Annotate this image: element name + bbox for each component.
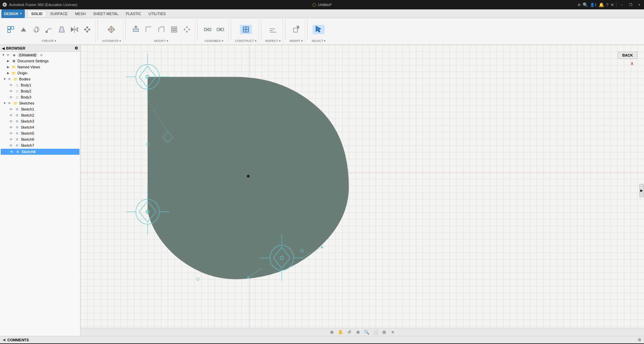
body3-eye[interactable]: 👁: [9, 95, 13, 99]
tree-item-body2[interactable]: 👁 □ Body2: [0, 88, 80, 94]
nv-expand[interactable]: ▶: [6, 65, 10, 69]
tab-utilities[interactable]: UTILITIES: [145, 11, 169, 17]
sketches-expand[interactable]: ▼: [3, 101, 7, 105]
comments-expand-btn[interactable]: ⚙: [638, 338, 641, 342]
bodies-expand[interactable]: ▼: [3, 77, 7, 81]
sk7-eye[interactable]: 👁: [9, 144, 13, 147]
root-eye[interactable]: 👁: [6, 53, 10, 57]
svg-marker-22: [186, 26, 188, 28]
tree-item-body3[interactable]: 👁 □ Body3: [0, 94, 80, 100]
tree-item-sketch8[interactable]: 👁 ⊞ Sketch8: [1, 149, 79, 155]
select-btn[interactable]: [313, 25, 325, 34]
minimize-btn[interactable]: −: [619, 1, 625, 8]
tab-plastic[interactable]: PLASTIC: [122, 11, 145, 17]
orbit-btn[interactable]: ✋: [337, 329, 344, 336]
bodies-eye[interactable]: 👁: [8, 77, 11, 81]
joint-btn[interactable]: [202, 25, 214, 34]
insert-label[interactable]: INSERT ▾: [289, 39, 303, 43]
new-tab-btn[interactable]: ⊕: [578, 3, 581, 7]
tree-item-sketch3[interactable]: 👁 ⊞ Sketch3: [0, 118, 80, 124]
body2-eye[interactable]: 👁: [9, 89, 13, 93]
new-component-btn[interactable]: [5, 25, 17, 34]
comments-collapse-btn[interactable]: ◀: [3, 338, 5, 342]
notify-icon[interactable]: 🔔: [599, 2, 604, 7]
sketches-label: Sketches: [19, 101, 34, 105]
press-pull-btn[interactable]: [130, 25, 142, 34]
sk1-eye[interactable]: 👁: [9, 108, 13, 111]
sweep-btn[interactable]: [43, 25, 55, 34]
close-tab-icon[interactable]: ✕: [610, 2, 614, 7]
construct-btn[interactable]: [240, 25, 252, 34]
construct-label[interactable]: CONSTRUCT ▾: [235, 39, 257, 43]
automate-label[interactable]: AUTOMATE ▾: [102, 39, 121, 43]
tree-item-sketch7[interactable]: 👁 ⊞ Sketch7: [0, 142, 80, 148]
chamfer-btn[interactable]: [155, 25, 167, 34]
more-btn[interactable]: ≡: [389, 329, 396, 336]
inspect-label[interactable]: INSPECT ▾: [265, 39, 281, 43]
doc-icon: ⚙: [11, 58, 16, 64]
origin-expand[interactable]: ▶: [6, 71, 10, 75]
zoom-fit-btn[interactable]: ⊕: [354, 329, 362, 336]
automate-btn[interactable]: [105, 25, 117, 34]
tree-item-sketch1[interactable]: 👁 ⊞ Sketch1: [0, 106, 80, 112]
tree-item-named-views[interactable]: ▶ 📁 Named Views: [0, 64, 80, 70]
search-icon[interactable]: 🔍: [583, 2, 588, 7]
shell-btn[interactable]: [168, 25, 180, 34]
move-btn[interactable]: [181, 25, 193, 34]
doc-expand[interactable]: ▶: [6, 59, 10, 63]
select-label[interactable]: SELECT ▾: [312, 39, 326, 43]
revolve-btn[interactable]: [30, 25, 42, 34]
root-settings-icon[interactable]: ⚙: [40, 53, 43, 57]
tree-item-root[interactable]: ▼ 👁 ◆ (Unsaved) ⚙: [0, 52, 80, 58]
body1-eye[interactable]: 👁: [9, 83, 13, 87]
extrude-btn[interactable]: [17, 25, 30, 34]
insert-btn[interactable]: [290, 25, 302, 34]
sk3-eye[interactable]: 👁: [9, 120, 13, 123]
tab-surface[interactable]: SURFACE: [47, 11, 71, 17]
design-btn[interactable]: DESIGN ▼: [1, 9, 25, 18]
sk8-eye[interactable]: 👁: [10, 150, 13, 154]
tree-item-bodies[interactable]: ▼ 👁 📁 Bodies: [0, 76, 80, 82]
back-button[interactable]: BACK: [618, 52, 637, 59]
fit-to-screen-btn[interactable]: ⊕: [328, 329, 335, 336]
tree-item-sketch5[interactable]: 👁 ⊞ Sketch5: [0, 130, 80, 136]
tab-sheet-metal[interactable]: SHEET METAL: [90, 11, 121, 17]
loft-btn[interactable]: [56, 25, 68, 34]
sk6-eye[interactable]: 👁: [9, 138, 13, 141]
undo-view-btn[interactable]: ↺: [345, 329, 353, 336]
sk2-eye[interactable]: 👁: [9, 114, 13, 117]
sk4-eye[interactable]: 👁: [9, 126, 13, 129]
grid-btn[interactable]: ⊞: [380, 329, 388, 336]
tree-item-sketch2[interactable]: 👁 ⊞ Sketch2: [0, 112, 80, 118]
help-icon[interactable]: ?: [606, 2, 608, 7]
tree-item-sketch6[interactable]: 👁 ⊞ Sketch6: [0, 136, 80, 142]
fillet-btn[interactable]: [143, 25, 155, 34]
user-icon[interactable]: 👤1: [590, 3, 597, 7]
tab-solid[interactable]: SOLID: [28, 10, 46, 17]
browser-collapse-left[interactable]: ◀: [2, 47, 5, 50]
inspect-btn[interactable]: [267, 25, 279, 34]
tree-item-origin[interactable]: ▶ 📁 Origin: [0, 70, 80, 76]
create-label[interactable]: CREATE ▾: [42, 39, 56, 43]
viewport[interactable]: BACK X ▶ ⊕ ✋ ↺ ⊕ 🔍 ⬜ ⊞ ≡: [80, 45, 644, 336]
tree-item-doc-settings[interactable]: ▶ ⚙ Document Settings: [0, 58, 80, 64]
root-expand[interactable]: ▼: [1, 53, 5, 57]
tree-item-sketches[interactable]: ▼ 👁 📁 Sketches: [0, 100, 80, 106]
modify-label[interactable]: MODIFY ▾: [154, 39, 168, 43]
mirror-btn[interactable]: [68, 25, 80, 34]
as-built-joint-btn[interactable]: [214, 25, 226, 34]
assemble-label[interactable]: ASSEMBLE ▾: [205, 39, 223, 43]
restore-btn[interactable]: ❐: [627, 1, 634, 8]
close-btn[interactable]: ×: [636, 1, 643, 8]
browser-settings-icon[interactable]: ⚙: [74, 46, 78, 51]
tree-item-sketch4[interactable]: 👁 ⊞ Sketch4: [0, 124, 80, 130]
tab-mesh[interactable]: MESH: [72, 11, 89, 17]
sk5-eye[interactable]: 👁: [9, 132, 13, 135]
display-mode-btn[interactable]: ⬜: [372, 329, 379, 336]
pattern-btn[interactable]: [81, 25, 93, 34]
tree-item-body1[interactable]: 👁 □ Body1: [0, 82, 80, 88]
zoom-icon[interactable]: 🔍: [363, 329, 370, 336]
viewport-canvas[interactable]: [80, 45, 644, 336]
right-panel-collapse[interactable]: ▶: [639, 184, 644, 197]
sketches-eye[interactable]: 👁: [8, 101, 11, 105]
